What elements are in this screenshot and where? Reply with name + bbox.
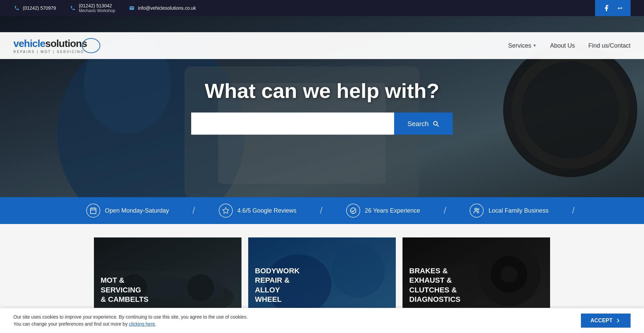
service-brakes-title: BRAKES &EXHAUST &CLUTCHES &DIAGNOSTICS [409, 266, 461, 304]
stat-hours-text: Open Monday-Saturday [105, 207, 169, 214]
phone2-icon [69, 5, 76, 11]
logo-tagline: REPAIRS | MOT | SERVICING [13, 50, 84, 54]
hero-title: What can we help with? [171, 79, 473, 103]
hero-content: What can we help with? Search [171, 79, 473, 135]
calendar-icon [86, 204, 100, 218]
phone2-number: (01242) 513042 [79, 3, 115, 8]
nav-links: Services ▼ About Us Find us/Contact [508, 42, 631, 49]
nav-services[interactable]: Services ▼ [508, 42, 537, 49]
star-icon [219, 204, 233, 218]
svg-point-11 [475, 208, 477, 210]
check-icon [346, 204, 360, 218]
cookie-link[interactable]: clicking here [129, 321, 155, 325]
divider-3: / [440, 205, 450, 216]
logo-vehicle: vehicle [13, 38, 45, 49]
phone2-subtitle: Mechanic Workshop [79, 8, 115, 13]
stat-experience: 26 Years Experience [326, 204, 440, 218]
top-bar: (01242) 570979 (01242) 513042 Mechanic W… [0, 0, 644, 16]
divider-1: / [189, 205, 199, 216]
phone2-item[interactable]: (01242) 513042 Mechanic Workshop [69, 3, 115, 13]
service-card-brakes[interactable]: BRAKES &EXHAUST &CLUTCHES &DIAGNOSTICS [402, 237, 550, 311]
divider-2: / [317, 205, 326, 216]
logo[interactable]: vehiclesolutions REPAIRS | MOT | SERVICI… [13, 38, 97, 54]
stat-reviews: 4.6/5 Google Reviews [199, 204, 317, 218]
email-item[interactable]: info@vehiclesolutions.co.uk [128, 5, 196, 11]
navigation: vehiclesolutions REPAIRS | MOT | SERVICI… [0, 32, 644, 59]
search-icon [432, 120, 439, 127]
stats-bar: Open Monday-Saturday / 4.6/5 Google Revi… [0, 197, 644, 224]
service-mot-title: MOT &SERVICING& CAMBELTS [101, 276, 149, 304]
facebook-icon[interactable] [600, 2, 612, 14]
email-address: info@vehiclesolutions.co.uk [138, 5, 196, 11]
cookie-line1: Our site uses cookies to improve your ex… [13, 314, 248, 320]
logo-area: vehiclesolutions REPAIRS | MOT | SERVICI… [13, 38, 87, 54]
googleplus-icon[interactable] [613, 2, 625, 14]
services-dropdown-icon: ▼ [533, 43, 537, 48]
service-bodywork-title: BODYWORKREPAIR &ALLOYWHEEL [255, 266, 300, 304]
svg-point-12 [478, 209, 479, 210]
cookie-line2-prefix: You can change your preferences and find… [13, 321, 129, 325]
email-icon [128, 5, 135, 11]
stat-hours: Open Monday-Saturday [66, 204, 189, 218]
hero-section: vehiclesolutions REPAIRS | MOT | SERVICI… [0, 16, 644, 197]
top-bar-contact: (01242) 570979 (01242) 513042 Mechanic W… [13, 3, 196, 13]
svg-marker-9 [222, 208, 228, 213]
logo-oval [82, 38, 100, 53]
divider-4: / [569, 205, 578, 216]
search-container: Search [191, 113, 453, 135]
service-card-mot[interactable]: MOT &SERVICING& CAMBELTS [94, 237, 241, 311]
logo-text: vehiclesolutions [13, 38, 87, 49]
social-icons [595, 0, 631, 16]
accept-button[interactable]: ACCEPT [581, 314, 631, 325]
svg-point-10 [350, 208, 356, 214]
cookie-text: Our site uses cookies to improve your ex… [13, 314, 248, 325]
logo-solutions: solutions [45, 38, 87, 49]
nav-about[interactable]: About Us [550, 42, 575, 49]
services-grid: MOT &SERVICING& CAMBELTS [94, 237, 550, 311]
service-card-bodywork[interactable]: BODYWORKREPAIR &ALLOYWHEEL [248, 237, 396, 311]
stat-reviews-text: 4.6/5 Google Reviews [237, 207, 297, 214]
cookie-period: . [155, 321, 156, 325]
people-icon [470, 204, 484, 218]
phone1-number: (01242) 570979 [23, 5, 56, 11]
stat-experience-text: 26 Years Experience [365, 207, 420, 214]
phone1-item[interactable]: (01242) 570979 [13, 5, 56, 11]
chevron-right-icon [615, 318, 621, 324]
search-input[interactable] [191, 113, 394, 135]
nav-contact[interactable]: Find us/Contact [588, 42, 631, 49]
stat-family: Local Family Business [449, 204, 569, 218]
cookie-banner: Our site uses cookies to improve your ex… [0, 308, 644, 325]
stat-family-text: Local Family Business [488, 207, 548, 214]
phone1-icon [13, 5, 20, 11]
svg-rect-8 [90, 208, 96, 214]
search-button[interactable]: Search [394, 113, 453, 135]
